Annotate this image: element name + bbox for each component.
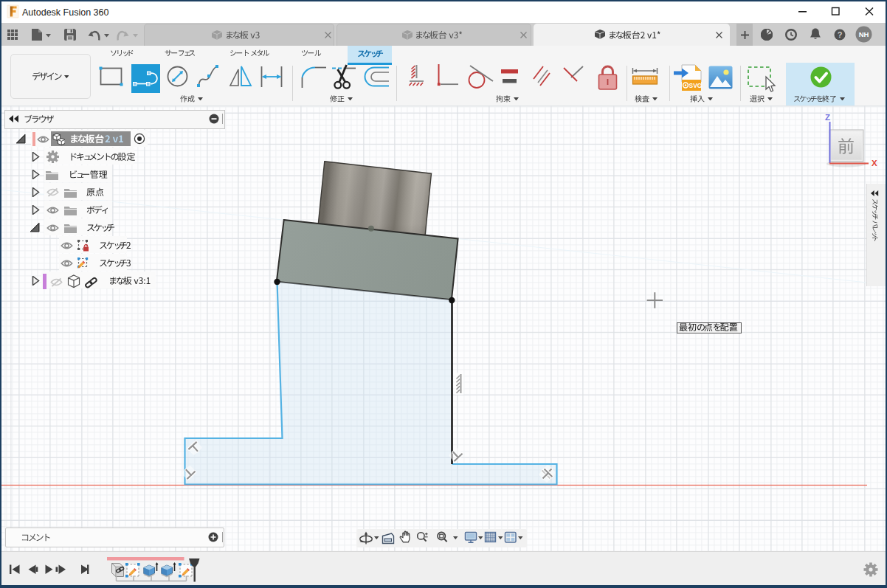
svg-text:SVG: SVG [689,82,703,89]
svg-text:NH: NH [859,30,869,38]
svg-text:?: ? [838,30,843,39]
